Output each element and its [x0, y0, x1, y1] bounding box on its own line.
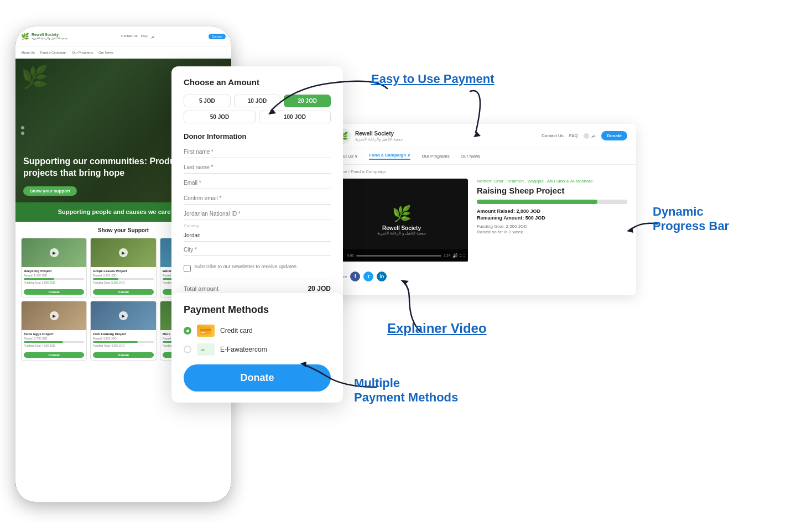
payment-modal: Choose an Amount 5 JOD 10 JOD 20 JOD 50 … [171, 66, 343, 304]
payment-methods-title: Payment Methods [184, 304, 331, 316]
efawateer-radio[interactable] [184, 346, 191, 353]
amount-20-btn[interactable]: 20 JOD [284, 95, 331, 107]
multiple-payment-label: MultiplePayment Methods [354, 376, 458, 405]
country-value: Jordan [184, 229, 331, 242]
amount-options-row1: 5 JOD 10 JOD 20 JOD [184, 95, 331, 107]
payment-method-credit-card[interactable]: Credit card [184, 325, 331, 337]
credit-card-radio[interactable] [184, 327, 191, 335]
easy-payment-label: Easy to Use Payment [371, 72, 495, 86]
project-image: ▶ [22, 301, 86, 330]
explainer-video-label: Explainer Video [387, 321, 487, 337]
mobile-subnav: About Us Fund a Campaign Our Programs Ou… [15, 46, 231, 59]
globe-icon [584, 133, 589, 139]
amount-remaining: Remaining Amount: 500 JOD [477, 215, 627, 221]
play-icon[interactable]: ▶ [119, 248, 128, 257]
video-logo-text: Rewell Society [377, 225, 426, 231]
mobile-hero-cta[interactable]: Show your support [23, 186, 77, 196]
fullscreen-icon[interactable]: ⛶ [460, 253, 465, 258]
desktop-nav-donate-btn[interactable]: Donate [601, 131, 627, 140]
raised-info: Raised so far in 1 week [477, 229, 627, 234]
amount-options-row2: 50 JOD 100 JOD [184, 111, 331, 123]
video-time: 1:24 [444, 254, 450, 257]
project-donate-btn[interactable]: Donate [24, 352, 84, 358]
play-icon[interactable]: ▶ [50, 248, 59, 257]
project-donate-btn[interactable]: Donate [93, 289, 153, 295]
volume-icon[interactable]: 🔊 [452, 253, 458, 258]
desktop-nav-links: Contact Us FAQ عر Donate [542, 131, 627, 140]
twitter-share-icon[interactable]: t [363, 272, 373, 281]
national-id-field[interactable] [184, 208, 331, 220]
project-region: Nothern Ghor : Kraimeh , Waqqas , Abu Si… [477, 179, 627, 184]
play-icon[interactable]: ▶ [50, 311, 59, 320]
mobile-logo-icon: 🌿 [21, 33, 29, 40]
annotation-dynamic-progress: DynamicProgress Bar [653, 205, 729, 234]
project-image: ▶ [91, 301, 155, 330]
breadcrumb: Home / Fund a Campaign [326, 165, 636, 179]
video-logo: 🌿 Rewell Society جمعية التأهيل و الرعاية… [377, 205, 426, 236]
efawateer-label: E-Fawateercom [220, 346, 267, 353]
efawateer-icon: eF [197, 343, 215, 356]
project-info: Grape Leaves Project Raised: 2,200 JOD F… [91, 267, 155, 288]
project-donate-btn[interactable]: Donate [93, 352, 153, 358]
explainer-video[interactable]: 🌿 Rewell Society جمعية التأهيل و الرعاية… [335, 179, 468, 262]
city-field[interactable] [184, 244, 331, 256]
mobile-nav-links: Contact Us FAQ عر [121, 34, 155, 38]
dynamic-progress-label: DynamicProgress Bar [653, 205, 729, 234]
video-controls: 0:05 1:24 🔊 ⛶ [335, 249, 468, 262]
annotation-easy-payment: Easy to Use Payment [371, 72, 495, 86]
svg-rect-1 [200, 329, 211, 331]
project-title: Raising Sheep Project [477, 186, 627, 195]
desktop-logo-text: Rewell Society [355, 130, 403, 137]
play-icon[interactable]: ▶ [119, 311, 128, 320]
project-info: Recycling Project Raised: 1,500 JOD Fund… [22, 267, 86, 288]
amount-raised: Amount Raised: 2,000 JOD [477, 208, 627, 214]
newsletter-checkbox[interactable] [184, 265, 191, 272]
linkedin-share-icon[interactable]: in [377, 272, 387, 281]
credit-card-icon [197, 325, 215, 337]
facebook-share-icon[interactable]: f [350, 272, 360, 281]
svg-text:eF: eF [201, 348, 205, 352]
amount-10-btn[interactable]: 10 JOD [234, 95, 281, 107]
credit-card-label: Credit card [220, 327, 253, 335]
mobile-nav-donate-btn[interactable]: Donate [209, 34, 226, 39]
email-field[interactable] [184, 177, 331, 189]
desktop-logo-sub: جمعية التأهيل والرعاية الخيرية [355, 137, 403, 142]
list-item: ▶ Grape Leaves Project Raised: 2,200 JOD… [90, 238, 156, 297]
share-row: Share f t in [326, 268, 636, 281]
annotation-multiple-payment: MultiplePayment Methods [354, 376, 458, 405]
desktop-subnav: About Us ∨ Fund a Campaign ∨ Our Program… [326, 148, 636, 165]
desktop-nav: 🌿 Rewell Society جمعية التأهيل والرعاية … [326, 124, 636, 148]
project-info: Fish Farming Project Raised: 3,100 JOD F… [91, 330, 155, 351]
video-logo-sub: جمعية التأهيل و الرعاية الخيرية [377, 231, 426, 236]
fund-campaign-tab[interactable]: Fund a Campaign ∨ [369, 153, 410, 160]
donate-button[interactable]: Donate [184, 364, 331, 392]
mobile-nav: 🌿 Rewell Society جمعية التأهيل والرعاية … [15, 27, 231, 46]
list-item: ▶ Fish Farming Project Raised: 3,100 JOD… [90, 301, 156, 361]
mobile-logo-text: Rewell Society [32, 33, 67, 36]
newsletter-label: Subscribe to our newsletter to receive u… [194, 264, 296, 269]
mobile-logo-sub: جمعية التأهيل والرعاية الخيرية [32, 36, 67, 40]
donor-info-title: Donor Information [184, 132, 331, 140]
funding-goal: Funding Goal: 2,500 JOD [477, 224, 627, 229]
amount-100-btn[interactable]: 100 JOD [259, 111, 331, 123]
amount-5-btn[interactable]: 5 JOD [184, 95, 231, 107]
total-value: 20 JOD [308, 285, 331, 293]
project-info-panel: Nothern Ghor : Kraimeh , Waqqas , Abu Si… [477, 179, 627, 262]
newsletter-checkbox-row: Subscribe to our newsletter to receive u… [184, 264, 331, 272]
last-name-field[interactable] [184, 161, 331, 174]
project-donate-btn[interactable]: Donate [24, 289, 84, 295]
video-progress-bar[interactable] [356, 255, 442, 257]
amount-50-btn[interactable]: 50 JOD [184, 111, 256, 123]
payment-method-efawateer[interactable]: eF E-Fawateercom [184, 343, 331, 356]
list-item: ▶ Table Eggs Project Raised: 2,750 JOD F… [21, 301, 87, 361]
confirm-email-field[interactable] [184, 192, 331, 205]
desktop-progress-bar [477, 200, 627, 204]
list-item: ▶ Recycling Project Raised: 1,500 JOD Fu… [21, 238, 87, 297]
payment-methods-modal: Payment Methods Credit card eF E-Fawatee… [171, 293, 343, 403]
mobile-nav-logo: 🌿 Rewell Society جمعية التأهيل والرعاية … [21, 33, 67, 40]
annotation-explainer-video: Explainer Video [387, 321, 487, 337]
hero-indicators [21, 126, 24, 135]
project-image: ▶ [91, 238, 155, 267]
country-label: Country [184, 223, 331, 228]
first-name-field[interactable] [184, 146, 331, 158]
